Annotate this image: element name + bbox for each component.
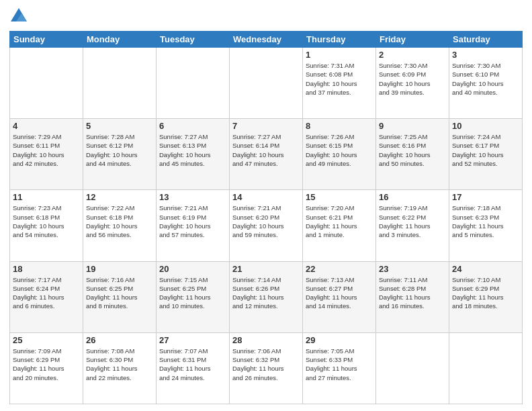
day-info: Sunrise: 7:25 AM Sunset: 6:16 PM Dayligh… bbox=[379, 132, 446, 168]
weekday-header-saturday: Saturday bbox=[449, 32, 523, 48]
weekday-header-thursday: Thursday bbox=[303, 32, 376, 48]
day-number: 19 bbox=[86, 264, 153, 274]
calendar-cell: 11Sunrise: 7:23 AM Sunset: 6:18 PM Dayli… bbox=[10, 190, 83, 261]
day-info: Sunrise: 7:19 AM Sunset: 6:22 PM Dayligh… bbox=[379, 203, 446, 239]
calendar-cell: 9Sunrise: 7:25 AM Sunset: 6:16 PM Daylig… bbox=[376, 119, 449, 190]
day-info: Sunrise: 7:13 AM Sunset: 6:27 PM Dayligh… bbox=[306, 275, 373, 311]
calendar-week-row: 25Sunrise: 7:09 AM Sunset: 6:29 PM Dayli… bbox=[10, 332, 523, 404]
calendar-cell: 19Sunrise: 7:16 AM Sunset: 6:25 PM Dayli… bbox=[83, 261, 157, 332]
calendar-cell: 13Sunrise: 7:21 AM Sunset: 6:19 PM Dayli… bbox=[157, 190, 230, 261]
weekday-header-tuesday: Tuesday bbox=[157, 32, 230, 48]
weekday-header-friday: Friday bbox=[376, 32, 449, 48]
calendar-cell: 15Sunrise: 7:20 AM Sunset: 6:21 PM Dayli… bbox=[303, 190, 376, 261]
calendar-cell: 3Sunrise: 7:30 AM Sunset: 6:10 PM Daylig… bbox=[449, 48, 523, 119]
day-info: Sunrise: 7:30 AM Sunset: 6:09 PM Dayligh… bbox=[379, 61, 446, 97]
weekday-header-sunday: Sunday bbox=[10, 32, 83, 48]
day-info: Sunrise: 7:23 AM Sunset: 6:18 PM Dayligh… bbox=[13, 203, 80, 239]
day-info: Sunrise: 7:10 AM Sunset: 6:29 PM Dayligh… bbox=[452, 275, 519, 311]
logo-icon bbox=[9, 7, 28, 26]
day-number: 13 bbox=[159, 192, 226, 202]
calendar-week-row: 18Sunrise: 7:17 AM Sunset: 6:24 PM Dayli… bbox=[10, 261, 523, 332]
calendar-cell: 2Sunrise: 7:30 AM Sunset: 6:09 PM Daylig… bbox=[376, 48, 449, 119]
day-info: Sunrise: 7:31 AM Sunset: 6:08 PM Dayligh… bbox=[306, 61, 373, 97]
calendar-cell bbox=[449, 332, 523, 404]
calendar-cell: 17Sunrise: 7:18 AM Sunset: 6:23 PM Dayli… bbox=[449, 190, 523, 261]
calendar-cell: 27Sunrise: 7:07 AM Sunset: 6:31 PM Dayli… bbox=[157, 332, 230, 404]
calendar-cell: 23Sunrise: 7:11 AM Sunset: 6:28 PM Dayli… bbox=[376, 261, 449, 332]
day-info: Sunrise: 7:17 AM Sunset: 6:24 PM Dayligh… bbox=[13, 275, 80, 311]
calendar-week-row: 11Sunrise: 7:23 AM Sunset: 6:18 PM Dayli… bbox=[10, 190, 523, 261]
day-number: 16 bbox=[379, 192, 446, 202]
day-number: 12 bbox=[86, 192, 153, 202]
calendar-cell: 5Sunrise: 7:28 AM Sunset: 6:12 PM Daylig… bbox=[83, 119, 157, 190]
day-info: Sunrise: 7:09 AM Sunset: 6:29 PM Dayligh… bbox=[13, 347, 80, 382]
day-number: 3 bbox=[452, 50, 519, 60]
calendar: SundayMondayTuesdayWednesdayThursdayFrid… bbox=[9, 31, 523, 404]
day-number: 20 bbox=[159, 264, 226, 274]
calendar-cell bbox=[230, 48, 303, 119]
day-number: 5 bbox=[86, 121, 153, 131]
calendar-cell: 1Sunrise: 7:31 AM Sunset: 6:08 PM Daylig… bbox=[303, 48, 376, 119]
day-number: 18 bbox=[13, 264, 80, 274]
day-info: Sunrise: 7:22 AM Sunset: 6:18 PM Dayligh… bbox=[86, 203, 153, 239]
day-info: Sunrise: 7:21 AM Sunset: 6:19 PM Dayligh… bbox=[159, 203, 226, 239]
day-info: Sunrise: 7:24 AM Sunset: 6:17 PM Dayligh… bbox=[452, 132, 519, 168]
calendar-cell bbox=[10, 48, 83, 119]
calendar-cell: 4Sunrise: 7:29 AM Sunset: 6:11 PM Daylig… bbox=[10, 119, 83, 190]
calendar-cell: 29Sunrise: 7:05 AM Sunset: 6:33 PM Dayli… bbox=[303, 332, 376, 404]
day-info: Sunrise: 7:07 AM Sunset: 6:31 PM Dayligh… bbox=[159, 347, 226, 382]
calendar-week-row: 4Sunrise: 7:29 AM Sunset: 6:11 PM Daylig… bbox=[10, 119, 523, 190]
calendar-cell bbox=[83, 48, 157, 119]
day-info: Sunrise: 7:08 AM Sunset: 6:30 PM Dayligh… bbox=[86, 347, 153, 382]
day-info: Sunrise: 7:14 AM Sunset: 6:26 PM Dayligh… bbox=[232, 275, 300, 311]
day-number: 1 bbox=[306, 50, 373, 60]
calendar-week-row: 1Sunrise: 7:31 AM Sunset: 6:08 PM Daylig… bbox=[10, 48, 523, 119]
calendar-cell: 7Sunrise: 7:27 AM Sunset: 6:14 PM Daylig… bbox=[230, 119, 303, 190]
page: SundayMondayTuesdayWednesdayThursdayFrid… bbox=[0, 0, 532, 411]
day-info: Sunrise: 7:28 AM Sunset: 6:12 PM Dayligh… bbox=[86, 132, 153, 168]
day-number: 28 bbox=[232, 335, 300, 345]
day-number: 17 bbox=[452, 192, 519, 202]
day-number: 6 bbox=[159, 121, 226, 131]
day-number: 25 bbox=[13, 335, 80, 345]
logo bbox=[9, 7, 31, 26]
calendar-cell: 16Sunrise: 7:19 AM Sunset: 6:22 PM Dayli… bbox=[376, 190, 449, 261]
day-info: Sunrise: 7:30 AM Sunset: 6:10 PM Dayligh… bbox=[452, 61, 519, 97]
day-info: Sunrise: 7:16 AM Sunset: 6:25 PM Dayligh… bbox=[86, 275, 153, 311]
calendar-cell: 12Sunrise: 7:22 AM Sunset: 6:18 PM Dayli… bbox=[83, 190, 157, 261]
day-info: Sunrise: 7:27 AM Sunset: 6:13 PM Dayligh… bbox=[159, 132, 226, 168]
day-number: 7 bbox=[232, 121, 300, 131]
calendar-cell: 25Sunrise: 7:09 AM Sunset: 6:29 PM Dayli… bbox=[10, 332, 83, 404]
calendar-cell: 21Sunrise: 7:14 AM Sunset: 6:26 PM Dayli… bbox=[230, 261, 303, 332]
day-info: Sunrise: 7:05 AM Sunset: 6:33 PM Dayligh… bbox=[306, 347, 373, 382]
day-number: 14 bbox=[232, 192, 300, 202]
day-number: 27 bbox=[159, 335, 226, 345]
calendar-cell bbox=[376, 332, 449, 404]
calendar-cell: 8Sunrise: 7:26 AM Sunset: 6:15 PM Daylig… bbox=[303, 119, 376, 190]
day-info: Sunrise: 7:21 AM Sunset: 6:20 PM Dayligh… bbox=[232, 203, 300, 239]
day-info: Sunrise: 7:27 AM Sunset: 6:14 PM Dayligh… bbox=[232, 132, 300, 168]
day-info: Sunrise: 7:15 AM Sunset: 6:25 PM Dayligh… bbox=[159, 275, 226, 311]
day-number: 11 bbox=[13, 192, 80, 202]
calendar-cell: 22Sunrise: 7:13 AM Sunset: 6:27 PM Dayli… bbox=[303, 261, 376, 332]
calendar-cell: 24Sunrise: 7:10 AM Sunset: 6:29 PM Dayli… bbox=[449, 261, 523, 332]
day-number: 26 bbox=[86, 335, 153, 345]
weekday-header-wednesday: Wednesday bbox=[230, 32, 303, 48]
day-number: 2 bbox=[379, 50, 446, 60]
calendar-cell: 6Sunrise: 7:27 AM Sunset: 6:13 PM Daylig… bbox=[157, 119, 230, 190]
day-number: 22 bbox=[306, 264, 373, 274]
weekday-header-row: SundayMondayTuesdayWednesdayThursdayFrid… bbox=[10, 32, 523, 48]
day-number: 8 bbox=[306, 121, 373, 131]
day-info: Sunrise: 7:29 AM Sunset: 6:11 PM Dayligh… bbox=[13, 132, 80, 168]
calendar-cell: 10Sunrise: 7:24 AM Sunset: 6:17 PM Dayli… bbox=[449, 119, 523, 190]
day-number: 15 bbox=[306, 192, 373, 202]
day-number: 24 bbox=[452, 264, 519, 274]
calendar-cell: 28Sunrise: 7:06 AM Sunset: 6:32 PM Dayli… bbox=[230, 332, 303, 404]
day-number: 4 bbox=[13, 121, 80, 131]
day-number: 9 bbox=[379, 121, 446, 131]
day-info: Sunrise: 7:26 AM Sunset: 6:15 PM Dayligh… bbox=[306, 132, 373, 168]
day-number: 29 bbox=[306, 335, 373, 345]
day-number: 10 bbox=[452, 121, 519, 131]
weekday-header-monday: Monday bbox=[83, 32, 157, 48]
day-info: Sunrise: 7:11 AM Sunset: 6:28 PM Dayligh… bbox=[379, 275, 446, 311]
